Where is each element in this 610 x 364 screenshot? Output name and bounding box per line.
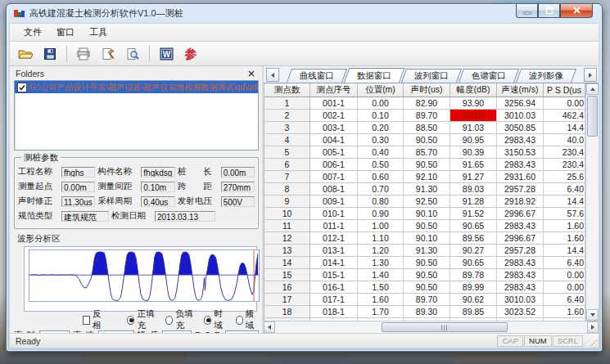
table-cell[interactable]: 18 xyxy=(264,306,310,318)
table-cell[interactable]: 1.60 xyxy=(544,220,585,232)
table-cell[interactable]: 016-1 xyxy=(310,281,358,294)
minimize-button[interactable] xyxy=(516,4,538,18)
table-row[interactable]: 4004-10.3090.5090.952983.4340.0 xyxy=(264,134,585,146)
table-cell[interactable]: 0.60 xyxy=(358,171,404,183)
parameters-button[interactable]: 参 xyxy=(180,43,201,65)
table-cell[interactable]: 2957.28 xyxy=(497,183,544,195)
save-button[interactable] xyxy=(39,43,61,65)
scroll-left-button[interactable] xyxy=(264,321,275,333)
table-cell[interactable]: 13 xyxy=(264,245,310,257)
table-cell[interactable]: 90.95 xyxy=(450,134,497,146)
table-row[interactable]: 6006-10.5090.5091.652983.43230.4 xyxy=(264,159,585,171)
table-cell[interactable]: 7 xyxy=(264,171,310,183)
scroll-up-button[interactable] xyxy=(586,83,599,95)
resize-grip[interactable] xyxy=(586,335,597,346)
table-cell[interactable]: 3256.94 xyxy=(497,97,544,110)
table-cell[interactable]: 57.6 xyxy=(544,208,585,220)
table-row[interactable]: 3003-10.2088.5091.033050.8514.4 xyxy=(264,122,585,134)
table-cell[interactable]: 14.4 xyxy=(544,122,585,134)
vertical-scrollbar[interactable] xyxy=(585,83,599,321)
table-cell[interactable]: 3010.03 xyxy=(497,294,544,306)
table-cell[interactable]: 90.50 xyxy=(404,269,450,281)
column-header[interactable]: 测点序号 xyxy=(310,83,358,97)
table-cell[interactable]: 82.90 xyxy=(404,97,450,110)
table-cell[interactable]: 1.50 xyxy=(358,281,404,294)
table-cell[interactable]: 0.00 xyxy=(544,281,585,294)
waveform-plot[interactable] xyxy=(29,249,260,302)
vertical-scroll-thumb[interactable] xyxy=(587,96,598,137)
column-header[interactable]: P S D(us xyxy=(544,83,585,97)
table-cell[interactable]: 9 xyxy=(264,195,310,208)
file-listbox[interactable]: G:\公司产品设计开发\超声仪器\超声仪实地检测数据调试\qd\qd03\qd0… xyxy=(14,80,259,151)
table-cell[interactable]: 3150.53 xyxy=(497,146,544,159)
table-row[interactable]: 2002-10.1089.7086.803010.03462.4 xyxy=(264,110,585,122)
table-cell[interactable]: 018-1 xyxy=(310,306,358,318)
table-cell[interactable]: 90.10 xyxy=(404,208,450,220)
table-cell[interactable]: 25.6 xyxy=(544,171,585,183)
table-cell[interactable]: 3050.85 xyxy=(497,122,544,134)
table-cell[interactable]: 90.50 xyxy=(404,257,450,269)
table-cell[interactable]: 90.50 xyxy=(404,220,450,232)
table-row[interactable]: 8008-10.7091.3089.032957.286.40 xyxy=(264,183,585,195)
table-cell[interactable]: 89.56 xyxy=(450,232,497,245)
table-cell[interactable]: 1.70 xyxy=(358,306,404,318)
table-cell[interactable]: 89.70 xyxy=(404,294,450,306)
menu-item-2[interactable]: 窗口 xyxy=(49,25,82,40)
table-row[interactable]: 18018-11.7089.3089.853023.521.60 xyxy=(264,306,585,318)
print-preview-button[interactable] xyxy=(122,43,143,65)
table-cell[interactable]: 6.40 xyxy=(544,183,585,195)
table-cell[interactable]: 001-1 xyxy=(310,97,358,110)
table-row[interactable]: 9009-10.8092.5091.282918.9214.4 xyxy=(264,195,585,208)
panel-close-button[interactable] xyxy=(245,67,257,79)
file-list-item[interactable]: G:\公司产品设计开发\超声仪器\超声仪实地检测数据调试\qd\qd03\qd0… xyxy=(15,81,258,93)
table-cell[interactable]: 16 xyxy=(264,281,310,294)
tab-scroll-right-button[interactable] xyxy=(584,68,597,82)
tab-4[interactable]: 色谱窗口 xyxy=(459,69,519,83)
horizontal-scroll-thumb[interactable] xyxy=(382,322,508,332)
vertical-scroll-track[interactable] xyxy=(586,137,599,309)
table-cell[interactable]: 6 xyxy=(264,159,310,171)
radio-icon[interactable] xyxy=(236,316,243,325)
table-body[interactable]: 1001-10.0082.9093.903256.940.002002-10.1… xyxy=(264,97,585,321)
table-cell[interactable]: 013-1 xyxy=(310,245,358,257)
table-cell[interactable]: 1 xyxy=(264,97,310,110)
table-row[interactable]: 5005-10.4085.7090.393150.53230.4 xyxy=(264,146,585,159)
table-row[interactable]: 17017-11.6089.7090.623010.036.40 xyxy=(264,294,585,306)
column-header[interactable]: 声速(m/s) xyxy=(497,83,544,97)
table-cell[interactable]: 0.80 xyxy=(358,195,404,208)
column-header[interactable]: 声时(us) xyxy=(404,83,450,97)
radio-时域[interactable]: 时域 xyxy=(204,308,227,331)
table-cell[interactable]: 2996.67 xyxy=(497,232,544,245)
report-tool-button[interactable] xyxy=(97,43,119,65)
table-cell[interactable]: 0.50 xyxy=(358,159,404,171)
menu-item-1[interactable]: 文件 xyxy=(16,25,49,40)
table-cell[interactable]: 0.40 xyxy=(358,146,404,159)
table-cell[interactable]: 3010.03 xyxy=(497,110,544,122)
table-cell[interactable]: 2983.43 xyxy=(497,269,544,281)
table-row[interactable]: 15015-11.4090.5089.782983.430.00 xyxy=(264,269,585,281)
table-cell[interactable]: 014-1 xyxy=(310,257,358,269)
table-cell[interactable]: 89.03 xyxy=(450,183,497,195)
print-button[interactable] xyxy=(73,43,94,65)
table-cell[interactable]: 6.40 xyxy=(544,257,585,269)
table-cell[interactable]: 93.90 xyxy=(450,97,497,110)
tab-1[interactable]: 曲线窗口 xyxy=(287,69,347,83)
table-row[interactable]: 14014-11.3090.5090.652983.436.40 xyxy=(264,257,585,269)
table-cell[interactable]: 2983.43 xyxy=(497,134,544,146)
table-cell[interactable]: 90.10 xyxy=(404,232,450,245)
table-cell[interactable]: 91.30 xyxy=(404,245,450,257)
file-checkbox[interactable] xyxy=(17,83,27,92)
table-cell[interactable]: 90.50 xyxy=(404,159,450,171)
table-cell[interactable]: 1.60 xyxy=(544,232,585,245)
table-cell[interactable]: 0.10 xyxy=(358,110,404,122)
table-cell[interactable]: 10 xyxy=(264,208,310,220)
table-cell[interactable]: 14.4 xyxy=(544,245,585,257)
table-cell[interactable]: 2 xyxy=(264,110,310,122)
radio-icon[interactable] xyxy=(127,316,134,325)
table-cell[interactable]: 15 xyxy=(264,269,310,281)
table-cell[interactable]: 91.03 xyxy=(450,122,497,134)
table-cell[interactable]: 90.50 xyxy=(404,134,450,146)
table-row[interactable]: 10010-10.9090.1091.522996.6757.6 xyxy=(264,208,585,220)
table-cell[interactable]: 92.50 xyxy=(404,195,450,208)
table-cell[interactable]: 11 xyxy=(264,220,310,232)
